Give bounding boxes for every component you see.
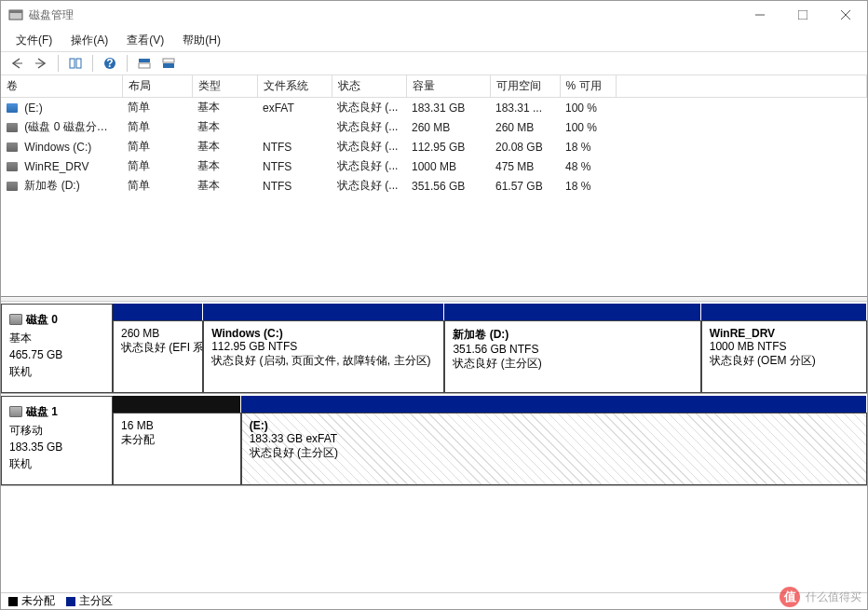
forward-button[interactable] — [31, 53, 51, 74]
table-header[interactable]: 卷 布局 类型 文件系统 状态 容量 可用空间 % 可用 — [1, 75, 867, 98]
disk-header[interactable]: 磁盘 1可移动183.35 GB联机 — [1, 396, 113, 485]
volume-icon — [7, 142, 18, 152]
swatch-black-icon — [8, 597, 18, 606]
app-icon — [8, 7, 23, 22]
col-layout[interactable]: 布局 — [122, 75, 192, 98]
svg-rect-1 — [9, 10, 22, 13]
legend-primary: 主分区 — [66, 593, 113, 609]
back-button[interactable] — [7, 53, 27, 74]
svg-rect-9 — [76, 59, 81, 68]
col-pct[interactable]: % 可用 — [560, 75, 616, 98]
volume-icon — [7, 162, 18, 171]
partition[interactable]: (E:)183.33 GB exFAT状态良好 (主分区) — [241, 413, 867, 485]
col-volume[interactable]: 卷 — [1, 75, 122, 98]
disk-icon — [9, 314, 22, 325]
separator-icon — [92, 55, 93, 72]
svg-rect-15 — [163, 63, 174, 68]
table-row[interactable]: 新加卷 (D:)简单基本NTFS状态良好 (...351.56 GB61.57 … — [1, 176, 867, 196]
partition[interactable]: WinRE_DRV1000 MB NTFS状态良好 (OEM 分区) — [701, 320, 867, 393]
svg-rect-8 — [70, 59, 75, 68]
separator-icon — [58, 55, 59, 72]
window-title: 磁盘管理 — [29, 7, 739, 23]
table-row[interactable]: Windows (C:)简单基本NTFS状态良好 (...112.95 GB20… — [1, 137, 867, 156]
partition[interactable]: 16 MB未分配 — [113, 413, 241, 485]
svg-rect-14 — [163, 59, 174, 62]
view-bottom-button[interactable] — [158, 53, 179, 74]
menu-help[interactable]: 帮助(H) — [173, 31, 230, 50]
disk-map: 260 MB状态良好 (EFI 系统Windows (C:)112.95 GB … — [113, 304, 867, 393]
watermark: 值 什么值得买 — [780, 587, 861, 607]
volume-icon — [7, 182, 18, 191]
volume-icon — [7, 103, 18, 113]
disk-header[interactable]: 磁盘 0基本465.75 GB联机 — [1, 304, 113, 393]
menu-bar: 文件(F) 操作(A) 查看(V) 帮助(H) — [1, 29, 867, 51]
separator-icon — [127, 55, 128, 72]
col-fs[interactable]: 文件系统 — [257, 75, 332, 98]
svg-rect-12 — [139, 59, 150, 62]
title-bar: 磁盘管理 — [1, 1, 867, 29]
volume-list-pane[interactable]: 卷 布局 类型 文件系统 状态 容量 可用空间 % 可用 (E:)简单基本exF… — [1, 75, 867, 297]
volume-table[interactable]: 卷 布局 类型 文件系统 状态 容量 可用空间 % 可用 (E:)简单基本exF… — [1, 75, 867, 196]
maximize-button[interactable] — [781, 1, 824, 29]
table-row[interactable]: (磁盘 0 磁盘分区 1)简单基本状态良好 (...260 MB260 MB10… — [1, 117, 867, 137]
view-top-button[interactable] — [134, 53, 155, 74]
menu-file[interactable]: 文件(F) — [7, 31, 61, 50]
partition[interactable]: Windows (C:)112.95 GB NTFS状态良好 (启动, 页面文件… — [203, 320, 444, 393]
close-button[interactable] — [824, 1, 867, 29]
svg-text:?: ? — [106, 57, 113, 70]
menu-view[interactable]: 查看(V) — [117, 31, 173, 50]
disk-map-pane[interactable]: 磁盘 0基本465.75 GB联机260 MB状态良好 (EFI 系统Windo… — [1, 302, 867, 592]
minimize-button[interactable] — [739, 1, 781, 29]
col-status[interactable]: 状态 — [332, 75, 406, 98]
toolbar: ? — [1, 51, 867, 75]
legend: 未分配 主分区 — [1, 592, 867, 609]
legend-unalloc: 未分配 — [8, 593, 55, 609]
help-button[interactable]: ? — [100, 53, 120, 74]
col-type[interactable]: 类型 — [192, 75, 257, 98]
partition[interactable]: 260 MB状态良好 (EFI 系统 — [113, 320, 203, 393]
table-row[interactable]: WinRE_DRV简单基本NTFS状态良好 (...1000 MB475 MB4… — [1, 156, 867, 176]
watermark-badge-icon: 值 — [780, 587, 800, 607]
svg-rect-3 — [798, 10, 807, 20]
volume-icon — [7, 123, 18, 132]
svg-rect-13 — [139, 63, 150, 68]
table-row[interactable]: (E:)简单基本exFAT状态良好 (...183.31 GB183.31 ..… — [1, 98, 867, 118]
swatch-blue-icon — [66, 597, 75, 606]
partition[interactable]: 新加卷 (D:)351.56 GB NTFS状态良好 (主分区) — [444, 320, 700, 393]
col-free[interactable]: 可用空间 — [490, 75, 560, 98]
disk-map: 16 MB未分配 (E:)183.33 GB exFAT状态良好 (主分区) — [113, 396, 867, 485]
col-capacity[interactable]: 容量 — [406, 75, 490, 98]
view-list-button[interactable] — [65, 53, 86, 74]
menu-action[interactable]: 操作(A) — [61, 31, 117, 50]
disk-icon — [9, 406, 22, 417]
disk-row: 磁盘 1可移动183.35 GB联机16 MB未分配 (E:)183.33 GB… — [1, 396, 867, 486]
disk-row: 磁盘 0基本465.75 GB联机260 MB状态良好 (EFI 系统Windo… — [1, 304, 867, 394]
